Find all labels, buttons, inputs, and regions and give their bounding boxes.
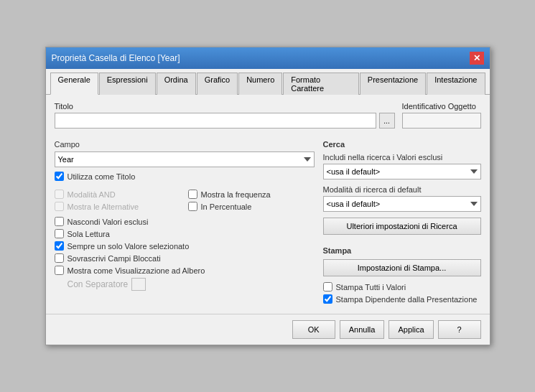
right-column: Cerca Includi nella ricerca i Valori esc… bbox=[323, 140, 481, 307]
con-separatore-input[interactable]: / bbox=[131, 278, 146, 291]
modalita-ricerca-select[interactable]: <usa il default> bbox=[323, 196, 481, 212]
mostra-frequenza-label[interactable]: Mostra la frequenza bbox=[201, 190, 271, 199]
con-separatore-label: Con Separatore bbox=[68, 279, 129, 289]
dialog-title: Proprietà Casella di Elenco [Year] bbox=[52, 53, 180, 63]
cerca-section: Cerca Includi nella ricerca i Valori esc… bbox=[323, 140, 481, 241]
mostra-albero-row: Mostra come Visualizzazione ad Albero bbox=[55, 266, 315, 275]
stampa-label: Stampa bbox=[323, 246, 481, 255]
sempre-un-solo-checkbox[interactable] bbox=[55, 241, 64, 251]
two-col-checks: Modalità AND Mostra le Alternative Mostr… bbox=[55, 190, 315, 214]
left-checks: Modalità AND Mostra le Alternative bbox=[55, 190, 181, 214]
close-button[interactable]: ✕ bbox=[470, 52, 484, 65]
includi-row: Includi nella ricerca i Valori esclusi <… bbox=[323, 153, 481, 179]
stampa-tutti-row: Stampa Tutti i Valori bbox=[323, 282, 481, 291]
stampa-tutti-checkbox[interactable] bbox=[323, 282, 332, 291]
id-input: LB08-12 bbox=[402, 113, 481, 129]
sovrascrivi-checkbox[interactable] bbox=[55, 253, 64, 263]
bottom-bar: OK Annulla Applica ? bbox=[46, 314, 490, 345]
includi-label: Includi nella ricerca i Valori esclusi bbox=[323, 153, 481, 162]
tab-bar: Generale Espressioni Ordina Grafico Nume… bbox=[46, 69, 490, 95]
tab-generale[interactable]: Generale bbox=[50, 73, 98, 95]
mostra-frequenza-row: Mostra la frequenza bbox=[188, 190, 315, 199]
sola-lettura-checkbox[interactable] bbox=[55, 229, 64, 238]
stampa-section: Stampa Impostazioni di Stampa... Stampa … bbox=[323, 246, 481, 304]
mostra-albero-checkbox[interactable] bbox=[55, 266, 64, 275]
modalita-ricerca-row: Modalità di ricerca di default <usa il d… bbox=[323, 185, 481, 212]
includi-select[interactable]: <usa il default> bbox=[323, 164, 481, 179]
stampa-tutti-label[interactable]: Stampa Tutti i Valori bbox=[336, 283, 406, 291]
tab-numero[interactable]: Numero bbox=[238, 73, 282, 95]
modalita-and-row: Modalità AND bbox=[55, 190, 181, 199]
mostra-alternative-checkbox[interactable] bbox=[55, 202, 64, 211]
in-percentuale-checkbox[interactable] bbox=[188, 202, 197, 211]
mostra-albero-label[interactable]: Mostra come Visualizzazione ad Albero bbox=[68, 266, 205, 275]
mostra-alternative-label: Mostra le Alternative bbox=[68, 202, 139, 211]
tab-formato-carattere[interactable]: Formato Carattere bbox=[283, 73, 359, 95]
titolo-input[interactable] bbox=[55, 113, 376, 129]
tab-presentazione[interactable]: Presentazione bbox=[360, 73, 426, 95]
tab-espressioni[interactable]: Espressioni bbox=[99, 73, 156, 95]
campo-select[interactable]: Year bbox=[55, 151, 315, 167]
stampa-dipendente-label[interactable]: Stampa Dipendente dalla Presentazione bbox=[336, 295, 478, 304]
annulla-button[interactable]: Annulla bbox=[340, 320, 385, 339]
impostazioni-stampa-button[interactable]: Impostazioni di Stampa... bbox=[323, 259, 481, 276]
tab-grafico[interactable]: Grafico bbox=[197, 73, 238, 95]
modalita-ricerca-label: Modalità di ricerca di default bbox=[323, 185, 481, 194]
tab-content: Titolo ... Identificativo Oggetto LB08-1… bbox=[46, 95, 490, 314]
mostra-alternative-row: Mostra le Alternative bbox=[55, 202, 181, 211]
tab-intestazione[interactable]: Intestazione bbox=[427, 73, 485, 95]
stampa-dipendente-row: Stampa Dipendente dalla Presentazione bbox=[323, 294, 481, 304]
sola-lettura-row: Sola Lettura bbox=[55, 229, 315, 238]
utilizza-titolo-row: Utilizza come Titolo bbox=[55, 172, 315, 181]
id-label: Identificativo Oggetto bbox=[402, 102, 481, 111]
applica-button[interactable]: Applica bbox=[389, 320, 433, 339]
cerca-label: Cerca bbox=[323, 140, 481, 149]
stampa-dipendente-checkbox[interactable] bbox=[323, 294, 332, 304]
nascondi-label[interactable]: Nascondi Valori esclusi bbox=[68, 218, 149, 226]
titolo-label: Titolo bbox=[55, 102, 395, 111]
right-checks: Mostra la frequenza In Percentuale bbox=[188, 190, 315, 214]
utilizza-titolo-label[interactable]: Utilizza come Titolo bbox=[68, 172, 136, 181]
ok-button[interactable]: OK bbox=[292, 320, 335, 339]
left-column: Campo Year Utilizza come Titolo Modalità… bbox=[55, 140, 315, 307]
nascondi-checkbox[interactable] bbox=[55, 217, 64, 226]
campo-section: Campo Year bbox=[55, 140, 315, 167]
main-row: Campo Year Utilizza come Titolo Modalità… bbox=[55, 140, 481, 307]
nascondi-row: Nascondi Valori esclusi bbox=[55, 217, 315, 226]
modalita-and-checkbox[interactable] bbox=[55, 190, 64, 199]
tab-ordina[interactable]: Ordina bbox=[157, 73, 196, 95]
campo-label: Campo bbox=[55, 140, 315, 149]
sempre-un-solo-label[interactable]: Sempre un solo Valore selezionato bbox=[68, 242, 190, 251]
header-row: Titolo ... Identificativo Oggetto LB08-1… bbox=[55, 102, 481, 134]
mostra-frequenza-checkbox[interactable] bbox=[188, 190, 197, 199]
titolo-row: ... bbox=[55, 113, 395, 129]
utilizza-titolo-checkbox[interactable] bbox=[55, 172, 64, 181]
dialog: Proprietà Casella di Elenco [Year] ✕ Gen… bbox=[45, 47, 490, 345]
help-button[interactable]: ? bbox=[438, 320, 481, 339]
sola-lettura-label[interactable]: Sola Lettura bbox=[68, 230, 110, 238]
titolo-browse-button[interactable]: ... bbox=[379, 113, 395, 129]
sovrascrivi-label[interactable]: Sovrascrivi Campi Bloccati bbox=[68, 254, 161, 263]
modalita-and-label: Modalità AND bbox=[68, 190, 116, 199]
sovrascrivi-row: Sovrascrivi Campi Bloccati bbox=[55, 253, 315, 263]
title-bar: Proprietà Casella di Elenco [Year] ✕ bbox=[46, 47, 490, 69]
con-separatore-row: Con Separatore / bbox=[55, 278, 315, 291]
ulteriori-button[interactable]: Ulteriori impostazioni di Ricerca bbox=[323, 218, 481, 235]
in-percentuale-label[interactable]: In Percentuale bbox=[201, 202, 252, 211]
sempre-un-solo-row: Sempre un solo Valore selezionato bbox=[55, 241, 315, 251]
in-percentuale-row: In Percentuale bbox=[188, 202, 315, 211]
